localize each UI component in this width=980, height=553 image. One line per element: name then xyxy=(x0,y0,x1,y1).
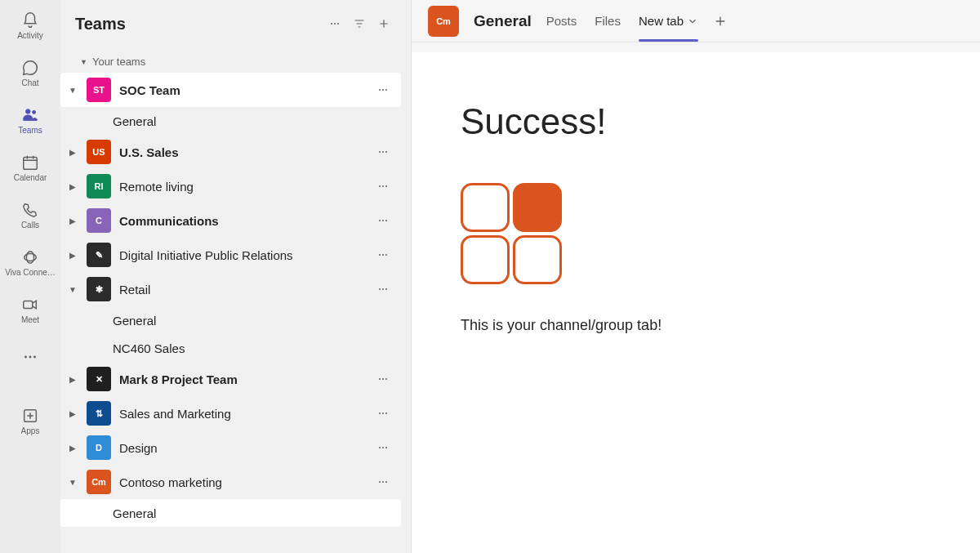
rail-meet[interactable]: Meet xyxy=(2,288,58,332)
team-row[interactable]: ▶RlRemote living xyxy=(60,169,401,203)
team-row[interactable]: ▶CCommunications xyxy=(60,203,401,238)
rail-teams[interactable]: Teams xyxy=(2,98,58,142)
team-name: Digital Initiative Public Relations xyxy=(119,248,363,262)
team-name: Retail xyxy=(119,283,363,297)
channel-row[interactable]: General xyxy=(60,107,401,135)
rail-label: Apps xyxy=(21,427,40,435)
teams-sidebar: Teams ▼ Your teams ▼STSOC TeamGeneral▶US… xyxy=(60,0,412,553)
team-more-button[interactable] xyxy=(372,368,394,390)
channel-row[interactable]: General xyxy=(60,499,401,527)
create-team-button[interactable] xyxy=(372,11,396,36)
rail-label: Meet xyxy=(21,316,39,324)
team-row[interactable]: ▶⇅Sales and Marketing xyxy=(60,396,401,430)
rail-more[interactable] xyxy=(2,335,58,379)
bell-icon xyxy=(20,11,40,30)
chevron-right-icon[interactable]: ▶ xyxy=(67,216,78,225)
app-rail: Activity Chat Teams Calendar Calls Viva … xyxy=(0,0,60,553)
chevron-down-icon[interactable]: ▼ xyxy=(67,86,78,95)
add-tab-button[interactable] xyxy=(713,14,728,29)
team-more-button[interactable] xyxy=(372,278,394,301)
chevron-right-icon[interactable]: ▶ xyxy=(67,148,78,157)
svg-point-29 xyxy=(382,288,384,290)
svg-point-28 xyxy=(379,288,381,290)
team-name: SOC Team xyxy=(119,83,363,97)
rail-chat[interactable]: Chat xyxy=(2,51,58,95)
svg-point-19 xyxy=(379,185,381,187)
logo-tile xyxy=(461,183,510,232)
filter-button[interactable] xyxy=(347,11,372,36)
team-row[interactable]: ▶USU.S. Sales xyxy=(60,135,401,169)
your-teams-section[interactable]: ▼ Your teams xyxy=(60,47,411,73)
team-avatar: Cm xyxy=(87,470,111,494)
team-name: Communications xyxy=(119,214,363,228)
rail-label: Viva Conne… xyxy=(5,269,56,277)
rail-calls[interactable]: Calls xyxy=(2,193,58,237)
svg-point-16 xyxy=(379,151,381,153)
content-heading: Success! xyxy=(461,101,931,142)
team-more-button[interactable] xyxy=(372,470,394,493)
team-avatar: ✕ xyxy=(87,367,111,391)
chevron-right-icon[interactable]: ▶ xyxy=(67,444,78,453)
channel-row[interactable]: NC460 Sales xyxy=(60,334,401,362)
tab-content: Success! This is your channel/group tab! xyxy=(412,52,980,553)
rail-viva[interactable]: Viva Conne… xyxy=(2,240,58,284)
team-row[interactable]: ▼STSOC Team xyxy=(60,73,401,107)
team-avatar: D xyxy=(87,435,111,460)
svg-point-24 xyxy=(385,220,387,221)
team-row[interactable]: ▼CmContoso marketing xyxy=(60,465,401,499)
svg-point-36 xyxy=(385,413,387,414)
svg-rect-2 xyxy=(24,158,38,170)
rail-label: Calls xyxy=(21,221,39,230)
team-row[interactable]: ▶✕Mark 8 Project Team xyxy=(60,362,401,396)
tab-new-tab[interactable]: New tab xyxy=(639,0,698,42)
teams-options-button[interactable] xyxy=(323,11,347,36)
logo-tile xyxy=(513,235,562,284)
svg-point-26 xyxy=(382,254,384,256)
chevron-down-icon: ▼ xyxy=(80,58,87,66)
team-more-button[interactable] xyxy=(372,209,394,232)
team-more-button[interactable] xyxy=(372,78,394,101)
team-avatar[interactable]: Cm xyxy=(428,6,459,37)
team-avatar: ⇅ xyxy=(87,401,111,426)
team-row[interactable]: ▶DDesign xyxy=(60,430,401,465)
channel-title: General xyxy=(474,12,532,30)
svg-point-37 xyxy=(379,447,381,448)
main-area: Cm General PostsFilesNew tab Success! Th… xyxy=(412,0,980,553)
team-more-button[interactable] xyxy=(372,436,394,459)
team-more-button[interactable] xyxy=(372,140,394,163)
chevron-right-icon[interactable]: ▶ xyxy=(67,409,78,418)
channel-row[interactable]: General xyxy=(60,306,401,334)
chevron-right-icon[interactable]: ▶ xyxy=(67,182,78,191)
svg-point-35 xyxy=(382,413,384,414)
svg-point-27 xyxy=(385,254,387,256)
team-row[interactable]: ▼✱Retail xyxy=(60,272,401,306)
svg-point-22 xyxy=(379,220,381,221)
channel-tabs: PostsFilesNew tab xyxy=(546,0,698,42)
tab-posts[interactable]: Posts xyxy=(546,0,577,42)
logo-tile xyxy=(461,235,510,284)
team-more-button[interactable] xyxy=(372,243,394,266)
logo-tile xyxy=(513,183,562,232)
chevron-down-icon[interactable]: ▼ xyxy=(67,478,78,487)
svg-point-21 xyxy=(385,185,387,187)
chevron-down-icon[interactable]: ▼ xyxy=(67,285,78,294)
team-more-button[interactable] xyxy=(372,175,394,198)
rail-calendar[interactable]: Calendar xyxy=(2,145,58,190)
chevron-right-icon[interactable]: ▶ xyxy=(67,251,78,260)
svg-point-30 xyxy=(385,288,387,290)
svg-point-12 xyxy=(337,23,339,25)
rail-activity[interactable]: Activity xyxy=(2,3,58,47)
team-row[interactable]: ▶✎Digital Initiative Public Relations xyxy=(60,238,401,272)
chevron-right-icon[interactable]: ▶ xyxy=(67,375,78,384)
svg-point-34 xyxy=(379,413,381,414)
svg-point-23 xyxy=(382,220,384,221)
svg-point-13 xyxy=(379,89,381,91)
teams-tree[interactable]: ▼STSOC TeamGeneral▶USU.S. Sales▶RlRemote… xyxy=(60,73,411,553)
rail-apps[interactable]: Apps xyxy=(2,399,58,443)
team-more-button[interactable] xyxy=(372,402,394,425)
rail-label: Chat xyxy=(21,79,38,87)
svg-point-17 xyxy=(382,151,384,153)
svg-point-11 xyxy=(334,23,336,25)
content-body: This is your channel/group tab! xyxy=(461,317,931,334)
tab-files[interactable]: Files xyxy=(595,0,621,42)
